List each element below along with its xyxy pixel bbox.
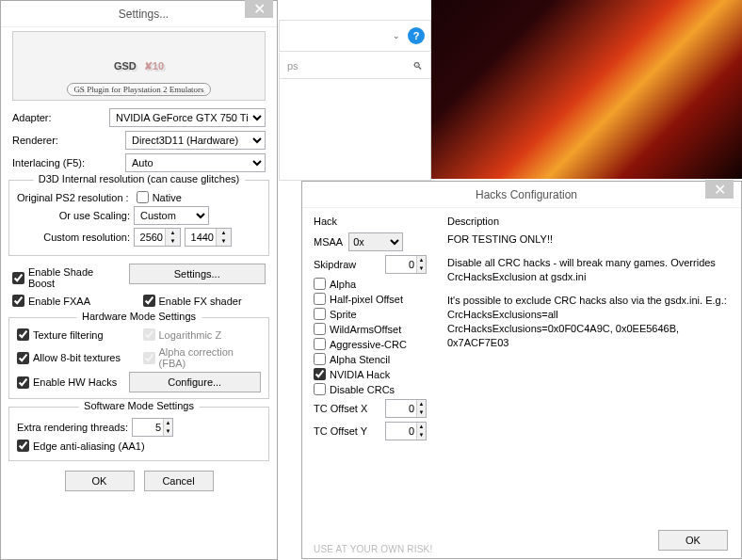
threads-spinner[interactable]: ▲▼ <box>132 418 173 437</box>
disable-crcs-label: Disable CRCs <box>330 384 395 395</box>
hacks-ok-button[interactable]: OK <box>658 530 728 551</box>
tc-offset-y-label: TC Offset Y <box>314 425 379 437</box>
log-z-label: Logarithmic Z <box>159 329 222 341</box>
orig-res-label: Original PS2 resolution : <box>17 192 129 203</box>
description-text: FOR TESTING ONLY!! Disable all CRC hacks… <box>447 232 730 350</box>
fxaa-label: Enable FXAA <box>28 296 90 307</box>
chevron-down-icon[interactable]: ⌄ <box>393 31 400 40</box>
skipdraw-label: Skipdraw <box>314 259 379 270</box>
native-label: Native <box>153 192 182 203</box>
cancel-button[interactable]: Cancel <box>144 471 214 491</box>
sprite-label: Sprite <box>330 309 357 320</box>
settings-title: Settings... <box>119 8 169 21</box>
adapter-select[interactable]: NVIDIA GeForce GTX 750 Ti <box>109 108 266 127</box>
shade-boost-checkbox[interactable] <box>12 272 24 284</box>
hw-hacks-label: Enable HW Hacks <box>33 376 117 388</box>
msaa-select[interactable]: 0x <box>348 232 403 251</box>
sprite-checkbox[interactable] <box>314 308 326 320</box>
allow-8bit-checkbox[interactable] <box>17 352 29 364</box>
adapter-label: Adapter: <box>12 112 109 123</box>
desktop-photo <box>431 0 742 179</box>
shade-boost-label: Enable Shade Boost <box>28 266 121 289</box>
interlacing-select[interactable]: Auto <box>125 153 266 172</box>
halfpixel-checkbox[interactable] <box>314 293 326 305</box>
help-icon[interactable]: ? <box>408 27 425 44</box>
settings-titlebar: Settings... ✕ <box>1 1 277 27</box>
fx-shader-label: Enable FX shader <box>159 296 242 307</box>
hw-hacks-checkbox[interactable] <box>17 376 29 389</box>
edge-aa-label: Edge anti-aliasing (AA1) <box>33 440 145 452</box>
hardware-mode-group: Hardware Mode Settings Texture filtering… <box>8 317 269 399</box>
background-pane <box>279 79 431 181</box>
tc-offset-x-label: TC Offset X <box>314 403 379 414</box>
alpha-label: Alpha <box>330 279 356 290</box>
close-icon[interactable]: ✕ <box>245 0 273 18</box>
halfpixel-label: Half-pixel Offset <box>330 294 403 305</box>
interlacing-label: Interlacing (F5): <box>12 157 125 168</box>
hack-heading: Hack <box>314 216 436 227</box>
alpha-correction-label: Alpha correction (FBA) <box>159 346 262 369</box>
configure-button[interactable]: Configure... <box>129 372 262 392</box>
background-search[interactable]: ps 🔍︎ <box>279 53 431 79</box>
scaling-select[interactable]: Custom <box>134 206 209 225</box>
nvidia-hack-label: NVIDIA Hack <box>330 369 390 380</box>
texture-filtering-checkbox[interactable] <box>17 328 29 341</box>
close-icon[interactable]: ✕ <box>705 180 734 199</box>
scaling-label: Or use Scaling: <box>17 210 130 221</box>
aggressive-crc-label: Aggressive-CRC <box>330 339 407 350</box>
hacks-config-window: Hacks Configuration ✕ Hack MSAA 0x Skipd… <box>301 181 742 559</box>
gsdx-logo: GSD✘10 GS Plugin for Playstation 2 Emula… <box>12 31 266 101</box>
res-width-spinner[interactable]: ▲▼ <box>134 228 181 247</box>
alpha-correction-checkbox <box>143 352 155 364</box>
log-z-checkbox <box>143 328 155 341</box>
sw-group-title: Software Mode Settings <box>78 400 200 411</box>
allow-8bit-label: Allow 8-bit textures <box>33 352 121 363</box>
hacks-title: Hacks Configuration <box>476 188 577 201</box>
alpha-stencil-label: Alpha Stencil <box>330 354 390 365</box>
tc-offset-x-spinner[interactable]: ▲▼ <box>385 399 427 418</box>
settings-window: Settings... ✕ GSD✘10 GS Plugin for Plays… <box>0 0 278 560</box>
texture-filtering-label: Texture filtering <box>33 329 104 341</box>
background-toolbar: ⌄ ? <box>279 20 431 52</box>
wildarms-label: WildArmsOffset <box>330 324 401 335</box>
renderer-select[interactable]: Direct3D11 (Hardware) <box>125 131 266 150</box>
d3d-resolution-group: D3D Internal resolution (can cause glitc… <box>8 180 269 256</box>
aggressive-crc-checkbox[interactable] <box>314 338 326 350</box>
hw-group-title: Hardware Mode Settings <box>76 311 202 322</box>
msaa-label: MSAA <box>314 236 343 248</box>
threads-label: Extra rendering threads: <box>17 422 128 433</box>
custom-res-label: Custom resolution: <box>17 232 130 243</box>
res-height-spinner[interactable]: ▲▼ <box>185 228 232 247</box>
alpha-stencil-checkbox[interactable] <box>314 353 326 365</box>
fx-shader-checkbox[interactable] <box>143 295 155 307</box>
hacks-titlebar: Hacks Configuration ✕ <box>302 182 741 208</box>
skipdraw-spinner[interactable]: ▲▼ <box>385 255 427 274</box>
native-checkbox[interactable] <box>137 191 149 203</box>
fxaa-checkbox[interactable] <box>12 295 24 307</box>
risk-warning: USE AT YOUR OWN RISK! <box>314 544 432 554</box>
software-mode-group: Software Mode Settings Extra rendering t… <box>8 407 269 461</box>
d3d-group-title: D3D Internal resolution (can cause glitc… <box>33 173 245 184</box>
nvidia-hack-checkbox[interactable] <box>314 368 326 380</box>
edge-aa-checkbox[interactable] <box>17 440 29 452</box>
wildarms-checkbox[interactable] <box>314 323 326 335</box>
tc-offset-y-spinner[interactable]: ▲▼ <box>385 422 427 440</box>
description-heading: Description <box>447 216 730 227</box>
renderer-label: Renderer: <box>12 135 125 146</box>
shade-settings-button[interactable]: Settings... <box>129 264 266 284</box>
disable-crcs-checkbox[interactable] <box>314 383 326 395</box>
search-icon[interactable]: 🔍︎ <box>412 60 423 72</box>
alpha-checkbox[interactable] <box>314 278 326 290</box>
ok-button[interactable]: OK <box>65 471 135 491</box>
search-text: ps <box>287 60 298 72</box>
